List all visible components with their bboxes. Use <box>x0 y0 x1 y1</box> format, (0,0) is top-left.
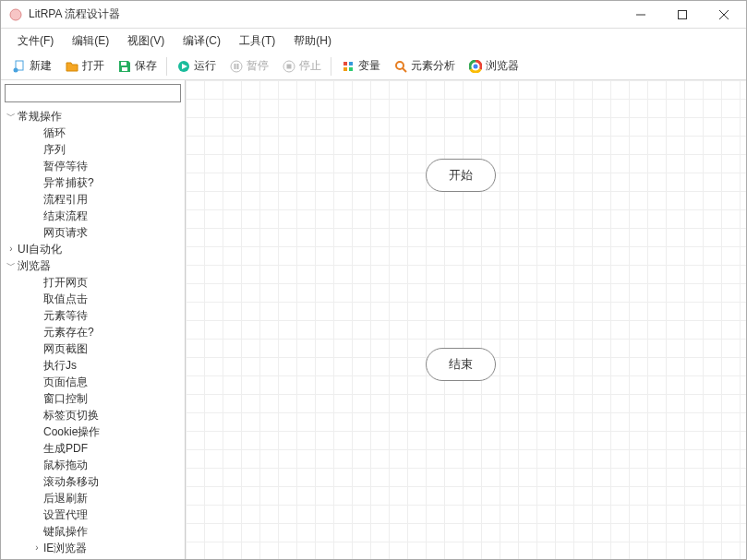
tree-category-browser[interactable]: ﹀浏览器 <box>5 257 185 274</box>
browser-label: 浏览器 <box>486 58 519 74</box>
save-button[interactable]: 保存 <box>112 55 163 77</box>
tree-item[interactable]: 页面信息 <box>43 374 185 390</box>
tree-item[interactable]: 窗口控制 <box>43 390 185 407</box>
app-window: LitRPA 流程设计器 文件(F) 编辑(E) 视图(V) 编译(C) 工具(… <box>0 0 747 560</box>
tree-item[interactable]: 打开网页 <box>43 274 185 291</box>
window-controls <box>620 1 744 28</box>
tree-item[interactable]: 暂停等待 <box>43 158 185 174</box>
flow-start-node[interactable]: 开始 <box>426 159 496 192</box>
tree-item[interactable]: 结束流程 <box>43 208 185 224</box>
flow-end-node[interactable]: 结束 <box>426 348 496 381</box>
tree-item[interactable]: 异常捕获? <box>43 174 185 191</box>
tree-item[interactable]: 网页请求 <box>43 224 185 241</box>
tree-subcategory-ie[interactable]: ›IE浏览器 <box>30 540 185 556</box>
search-input[interactable] <box>5 84 181 102</box>
variables-label: 变量 <box>358 58 380 74</box>
svg-rect-16 <box>343 62 347 66</box>
svg-point-0 <box>10 9 21 20</box>
new-label: 新建 <box>30 58 52 74</box>
pause-button[interactable]: 暂停 <box>223 55 274 77</box>
tree-item[interactable]: 鼠标拖动 <box>43 457 185 473</box>
tree-item[interactable]: 标签页切换 <box>43 407 185 423</box>
tree-item[interactable]: 执行Js <box>43 357 185 374</box>
run-icon <box>176 59 191 74</box>
element-analyze-button[interactable]: 元素分析 <box>388 55 461 77</box>
tree-item[interactable]: 滚动条移动 <box>43 473 185 490</box>
flow-canvas[interactable]: 开始 结束 <box>186 80 746 559</box>
run-label: 运行 <box>194 58 216 74</box>
svg-rect-17 <box>349 62 353 66</box>
close-button[interactable] <box>703 1 744 28</box>
open-label: 打开 <box>82 58 104 74</box>
svg-rect-18 <box>343 67 347 71</box>
svg-rect-7 <box>121 62 127 66</box>
tree-item[interactable]: 键鼠操作 <box>43 523 185 540</box>
run-button[interactable]: 运行 <box>171 55 222 77</box>
tree-item[interactable]: 生成PDF <box>43 440 185 457</box>
chevron-down-icon: ﹀ <box>5 109 18 124</box>
svg-point-11 <box>231 61 242 72</box>
tree-label: 浏览器 <box>18 258 51 273</box>
chevron-right-icon: › <box>30 557 43 559</box>
window-title: LitRPA 流程设计器 <box>29 6 620 22</box>
menu-view[interactable]: 视图(V) <box>118 30 174 53</box>
menu-tools[interactable]: 工具(T) <box>230 30 284 53</box>
tree-category-common[interactable]: ﹀常规操作 <box>5 108 185 125</box>
tree-subcategory-miniblink[interactable]: ›MiniBlink <box>30 556 185 559</box>
minimize-button[interactable] <box>620 1 661 28</box>
search-box <box>5 84 181 102</box>
tree-item[interactable]: 元素等待 <box>43 307 185 324</box>
tree-label: UI自动化 <box>18 242 62 256</box>
tree-item[interactable]: 后退刷新 <box>43 490 185 506</box>
element-analyze-icon <box>393 59 408 74</box>
menu-file[interactable]: 文件(F) <box>8 30 63 53</box>
tree-item[interactable]: 序列 <box>43 141 185 158</box>
variables-button[interactable]: 变量 <box>335 55 386 77</box>
stop-label: 停止 <box>299 58 321 74</box>
chevron-right-icon: › <box>5 242 18 256</box>
tree-item[interactable]: 设置代理 <box>43 506 185 523</box>
titlebar: LitRPA 流程设计器 <box>1 1 746 29</box>
variables-icon <box>341 59 355 74</box>
svg-point-23 <box>474 64 478 68</box>
svg-line-21 <box>403 68 406 72</box>
svg-rect-8 <box>122 67 127 71</box>
tree-item[interactable]: 流程引用 <box>43 191 185 208</box>
menu-help[interactable]: 帮助(H) <box>284 30 341 53</box>
save-label: 保存 <box>135 58 157 74</box>
open-button[interactable]: 打开 <box>59 55 110 77</box>
pause-icon <box>229 59 244 74</box>
svg-rect-13 <box>237 64 239 69</box>
tree-category-ui-auto[interactable]: ›UI自动化 <box>5 241 185 257</box>
tree-item[interactable]: Cookie操作 <box>43 423 185 440</box>
new-icon <box>12 59 27 74</box>
new-button[interactable]: 新建 <box>6 55 57 77</box>
element-analyze-label: 元素分析 <box>411 58 455 74</box>
tree-item[interactable]: 元素存在? <box>43 324 185 340</box>
browser-icon <box>468 59 483 74</box>
menubar: 文件(F) 编辑(E) 视图(V) 编译(C) 工具(T) 帮助(H) <box>1 29 746 53</box>
svg-rect-19 <box>349 67 353 71</box>
menu-compile[interactable]: 编译(C) <box>174 30 230 53</box>
svg-point-6 <box>14 67 18 72</box>
menu-edit[interactable]: 编辑(E) <box>63 30 118 53</box>
open-icon <box>65 59 79 74</box>
chevron-right-icon: › <box>30 541 43 555</box>
content-area: ﹀常规操作 循环 序列 暂停等待 异常捕获? 流程引用 结束流程 网页请求 ›U… <box>1 80 746 559</box>
svg-rect-2 <box>678 10 686 18</box>
svg-rect-15 <box>287 64 292 68</box>
chevron-down-icon: ﹀ <box>5 258 18 273</box>
toolbar-separator <box>331 57 331 76</box>
activity-tree[interactable]: ﹀常规操作 循环 序列 暂停等待 异常捕获? 流程引用 结束流程 网页请求 ›U… <box>1 106 185 559</box>
browser-button[interactable]: 浏览器 <box>463 55 524 77</box>
maximize-button[interactable] <box>661 1 703 28</box>
svg-point-20 <box>396 62 404 69</box>
tree-item[interactable]: 循环 <box>43 125 185 141</box>
tree-item[interactable]: 取值点击 <box>43 291 185 307</box>
stop-button[interactable]: 停止 <box>276 55 327 77</box>
tree-label: 常规操作 <box>18 109 62 124</box>
app-icon <box>8 7 23 22</box>
toolbar: 新建 打开 保存 运行 暂停 停止 变量 元素分析 <box>1 53 746 80</box>
toolbar-separator <box>166 57 167 76</box>
tree-item[interactable]: 网页截图 <box>43 340 185 357</box>
